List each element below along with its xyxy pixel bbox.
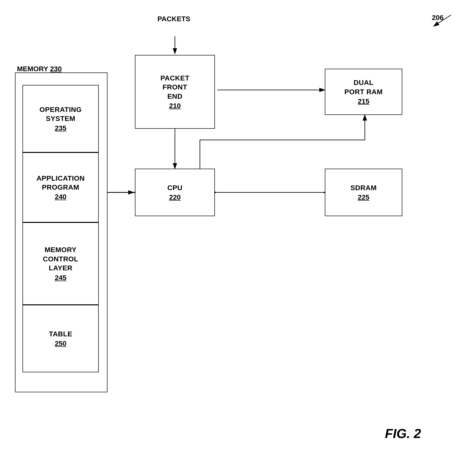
packet-front-end-box: PACKETFRONTEND 210 (135, 55, 215, 129)
figure-ref-arrow (426, 10, 456, 30)
cpu-number: 220 (169, 193, 181, 201)
application-program-label: APPLICATIONPROGRAM (36, 174, 85, 192)
memory-outer-number: 230 (50, 65, 62, 73)
table-label: TABLE (49, 330, 72, 339)
packets-label: PACKETS (157, 15, 190, 23)
dual-port-ram-box: DUALPORT RAM 215 (325, 69, 402, 115)
packet-front-end-number: 210 (169, 102, 181, 110)
cpu-box: CPU 220 (135, 169, 215, 216)
table-box: TABLE 250 (22, 305, 99, 372)
packet-front-end-label: PACKETFRONTEND (160, 74, 189, 101)
diagram: PACKETS 206 PACKETFRONTEND 210 DUALPORT … (0, 0, 476, 471)
operating-system-label: OPERATINGSYSTEM (39, 105, 82, 123)
memory-control-layer-box: MEMORYCONTROLLAYER 245 (22, 222, 99, 305)
sdram-label: SDRAM (350, 183, 377, 192)
memory-control-layer-label: MEMORYCONTROLLAYER (43, 245, 78, 273)
svg-line-14 (434, 15, 451, 26)
sdram-box: SDRAM 225 (325, 169, 402, 216)
figure-label: FIG. 2 (385, 426, 421, 441)
cpu-label: CPU (167, 183, 183, 192)
application-program-number: 240 (55, 193, 66, 201)
memory-control-layer-number: 245 (55, 274, 66, 282)
dual-port-ram-number: 215 (358, 97, 370, 105)
memory-outer-label: MEMORY 230 (17, 65, 62, 73)
operating-system-number: 235 (55, 124, 66, 132)
dual-port-ram-label: DUALPORT RAM (344, 78, 383, 96)
table-number: 250 (55, 340, 66, 348)
sdram-number: 225 (358, 193, 370, 201)
operating-system-box: OPERATINGSYSTEM 235 (22, 85, 99, 152)
application-program-box: APPLICATIONPROGRAM 240 (22, 152, 99, 222)
